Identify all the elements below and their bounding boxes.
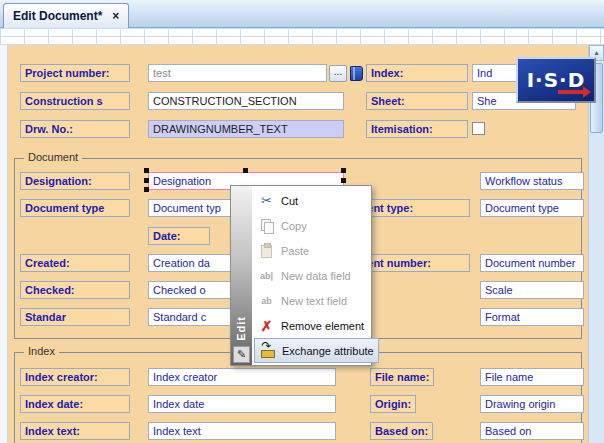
format-input[interactable]: Format — [480, 308, 584, 326]
menu-item-label: Copy — [281, 220, 307, 232]
index-group-title: Index — [24, 345, 59, 357]
standard-label: Standar — [20, 308, 130, 326]
file-name-input[interactable]: File name — [480, 368, 584, 386]
selection-handle[interactable] — [341, 178, 346, 183]
checked-label: Checked: — [20, 281, 130, 299]
tab-close-icon[interactable]: × — [112, 9, 119, 23]
menu-item-label: New data field — [281, 270, 351, 282]
menu-item-label: Paste — [281, 245, 309, 257]
construction-section-label: Construction s — [20, 92, 130, 110]
index-creator-input[interactable]: Index creator — [148, 368, 336, 386]
index-label: Index: — [366, 64, 468, 82]
file-name-label: File name: — [370, 368, 434, 386]
document-number-input[interactable]: Document number — [480, 254, 584, 272]
paste-icon — [261, 245, 272, 258]
construction-section-input[interactable]: CONSTRUCTION_SECTION — [148, 92, 344, 110]
menu-item-exchange-attribute[interactable]: ↷ Exchange attribute — [254, 338, 379, 363]
menu-item-cut[interactable]: ✂ Cut — [254, 188, 379, 213]
index-date-label: Index date: — [20, 395, 130, 413]
vertical-scrollbar[interactable]: ▲ — [588, 45, 604, 443]
selection-handle[interactable] — [243, 168, 248, 173]
index-date-input[interactable]: Index date — [148, 395, 336, 413]
context-menu: Edit ✎ ✂ Cut Copy Paste ab| New data fie… — [230, 185, 372, 366]
menu-item-label: New text field — [281, 295, 347, 307]
catalogue-book-icon[interactable] — [350, 66, 363, 81]
project-number-input[interactable]: test — [148, 64, 327, 82]
index-text-label: Index text: — [20, 422, 130, 440]
scissors-icon: ✂ — [258, 193, 275, 208]
ruler-grid — [0, 28, 604, 45]
context-menu-strip: Edit ✎ — [231, 186, 252, 365]
menu-item-copy[interactable]: Copy — [254, 213, 379, 238]
context-menu-items: ✂ Cut Copy Paste ab| New data field ab N… — [252, 186, 381, 365]
selection-handle[interactable] — [144, 187, 149, 192]
copy-icon — [261, 219, 273, 233]
document-type-right-input[interactable]: Document type — [480, 199, 584, 217]
selection-handle[interactable] — [144, 178, 149, 183]
menu-item-label: Cut — [281, 195, 298, 207]
exchange-attribute-icon: ↷ — [260, 343, 276, 358]
sheet-label: Sheet: — [366, 92, 468, 110]
menu-item-new-data-field[interactable]: ab| New data field — [254, 263, 379, 288]
itemisation-checkbox[interactable] — [472, 122, 485, 135]
project-browse-button[interactable]: ... — [329, 65, 347, 82]
context-menu-strip-title: Edit — [235, 316, 247, 341]
document-group-title: Document — [24, 151, 82, 163]
remove-x-icon: ✗ — [258, 318, 275, 334]
designation-label: Designation: — [20, 172, 130, 190]
origin-label: Origin: — [370, 395, 416, 413]
isd-logo-arrow-icon — [558, 90, 584, 94]
workflow-status-input[interactable]: Workflow status — [480, 172, 584, 190]
pencil-icon[interactable]: ✎ — [233, 346, 250, 363]
menu-item-new-text-field[interactable]: ab New text field — [254, 288, 379, 313]
itemisation-label: Itemisation: — [366, 120, 468, 138]
index-creator-label: Index creator: — [20, 368, 130, 386]
drw-no-input[interactable]: DRAWINGNUMBER_TEXT — [148, 120, 344, 138]
menu-item-remove-element[interactable]: ✗ Remove element — [254, 313, 379, 338]
tab-bar: Edit Document* × — [0, 0, 604, 28]
tab-edit-document[interactable]: Edit Document* × — [3, 3, 129, 28]
index-text-input[interactable]: Index text — [148, 422, 336, 440]
origin-input[interactable]: Drawing origin — [480, 395, 584, 413]
based-on-input[interactable]: Based on — [480, 422, 584, 440]
document-type-label: Document type — [20, 199, 130, 217]
scale-input[interactable]: Scale — [480, 281, 584, 299]
menu-item-label: Remove element — [281, 320, 364, 332]
drw-no-label: Drw. No.: — [20, 120, 130, 138]
isd-logo-text: I·S·D — [527, 68, 586, 92]
data-field-icon: ab| — [258, 271, 275, 281]
text-field-icon: ab — [258, 296, 275, 306]
selection-handle[interactable] — [341, 168, 346, 173]
based-on-label: Based on: — [370, 422, 433, 440]
selection-handle[interactable] — [144, 168, 149, 173]
left-gutter — [0, 45, 8, 443]
date-label: Date: — [148, 227, 210, 245]
project-number-label: Project number: — [20, 64, 130, 82]
tab-title: Edit Document* — [13, 9, 102, 23]
menu-item-label: Exchange attribute — [282, 345, 374, 357]
created-label: Created: — [20, 254, 130, 272]
menu-item-paste[interactable]: Paste — [254, 238, 379, 263]
isd-logo: I·S·D — [516, 57, 596, 103]
